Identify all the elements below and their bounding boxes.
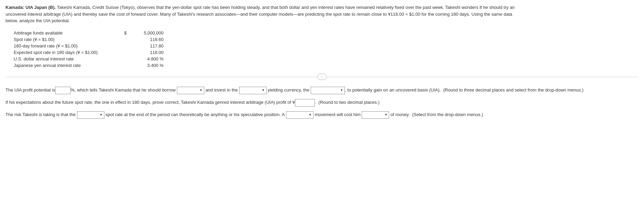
- q1-part3: and invest in the: [205, 87, 238, 94]
- q2-part1: If his expectations about the future spo…: [5, 99, 222, 106]
- section-divider: ···: [5, 77, 639, 77]
- risk-dropdown1[interactable]: ▼: [77, 111, 104, 119]
- borrow-dropdown[interactable]: ▼: [177, 87, 204, 94]
- money-dropdown-arrow: ▼: [385, 112, 388, 117]
- yen-profit-input[interactable]: [296, 100, 313, 105]
- row-label-0: Arbitrage funds available: [14, 30, 116, 36]
- row-label-1: Spot rate (¥ = $1.00): [14, 37, 116, 42]
- table-row: Spot rate (¥ = $1.00) 118.60: [14, 36, 639, 43]
- question-1-row: The UIA profit potential is %, which tel…: [5, 87, 639, 94]
- data-table: Arbitrage funds available $ 5,000,000 Sp…: [14, 30, 639, 69]
- question-2-row: If his expectations about the future spo…: [5, 99, 639, 107]
- q1-part1: The UIA profit potential is: [5, 87, 55, 94]
- row-label-2: 180-day forward rate (¥ = $1.00): [14, 43, 116, 48]
- currency-dropdown-arrow: ▼: [340, 88, 343, 93]
- movement-dropdown-arrow: ▼: [309, 112, 312, 117]
- invest-dropdown[interactable]: ▼: [239, 87, 267, 94]
- divider-dots: ···: [317, 74, 326, 80]
- intro-text: Kamada: UIA Japan (B). Takeshi Kamada, C…: [5, 4, 519, 24]
- currency-dropdown[interactable]: ▼: [311, 87, 345, 94]
- table-row: 180-day forward rate (¥ = $1.00) 117.80: [14, 43, 639, 49]
- row-currency-0: $: [116, 30, 127, 36]
- row-value-3: 118.00: [129, 50, 164, 55]
- q3-part4: movement will cost him: [314, 111, 360, 118]
- q1-part5: , to potentially gain on an uncovered ba…: [345, 87, 583, 94]
- row-label-3: Expected spot rate in 180 days (¥ = $1.0…: [14, 50, 116, 55]
- question-3-row: The risk Takeshi is taking is that the ▼…: [5, 111, 639, 119]
- q1-part4: yielding currency, the: [268, 87, 309, 94]
- row-value-5: 3.400 %: [129, 63, 164, 68]
- invest-dropdown-arrow: ▼: [262, 88, 265, 93]
- questions-section: The UIA profit potential is %, which tel…: [5, 87, 639, 119]
- table-row: Japanese yen annual interest rate 3.400 …: [14, 62, 639, 69]
- bold-title: Kamada: UIA Japan (B).: [5, 5, 56, 10]
- row-value-2: 117.80: [129, 43, 164, 48]
- q3-part1: The risk Takeshi is taking is that the: [5, 111, 76, 118]
- row-value-1: 118.60: [129, 37, 164, 42]
- movement-dropdown[interactable]: ▼: [286, 111, 313, 119]
- table-row: U.S. dollar annual interest rate 4.800 %: [14, 56, 639, 62]
- row-label-4: U.S. dollar annual interest rate: [14, 56, 116, 61]
- table-row: Arbitrage funds available $ 5,000,000: [14, 30, 639, 36]
- intro-body: Takeshi Kamada, Credit Suisse (Tokyo), o…: [5, 5, 515, 23]
- yen-profit-input-container: [295, 99, 315, 107]
- q1-part2: %, which tells Takeshi Kamada that he sh…: [70, 87, 176, 94]
- row-value-4: 4.800 %: [129, 56, 164, 61]
- risk-dropdown1-arrow: ▼: [100, 112, 103, 117]
- money-dropdown[interactable]: ▼: [362, 111, 389, 119]
- table-row: Expected spot rate in 180 days (¥ = $1.0…: [14, 49, 639, 56]
- uia-profit-input[interactable]: [55, 87, 70, 94]
- q2-part2: red interest arbitrage (UIA) profit of ¥: [222, 99, 295, 106]
- row-value-0: 5,000,000: [129, 30, 164, 36]
- q3-part2: spot rate at the end of the period can t…: [105, 111, 227, 118]
- q2-part3: . (Round to two decimal places.): [315, 99, 379, 106]
- row-label-5: Japanese yen annual interest rate: [14, 63, 116, 68]
- borrow-dropdown-arrow: ▼: [199, 88, 203, 93]
- main-container: Kamada: UIA Japan (B). Takeshi Kamada, C…: [0, 0, 644, 128]
- q3-part3: or his speculative position. A: [229, 111, 285, 118]
- q3-part5: of money. (Select from the drop-down men…: [390, 111, 483, 118]
